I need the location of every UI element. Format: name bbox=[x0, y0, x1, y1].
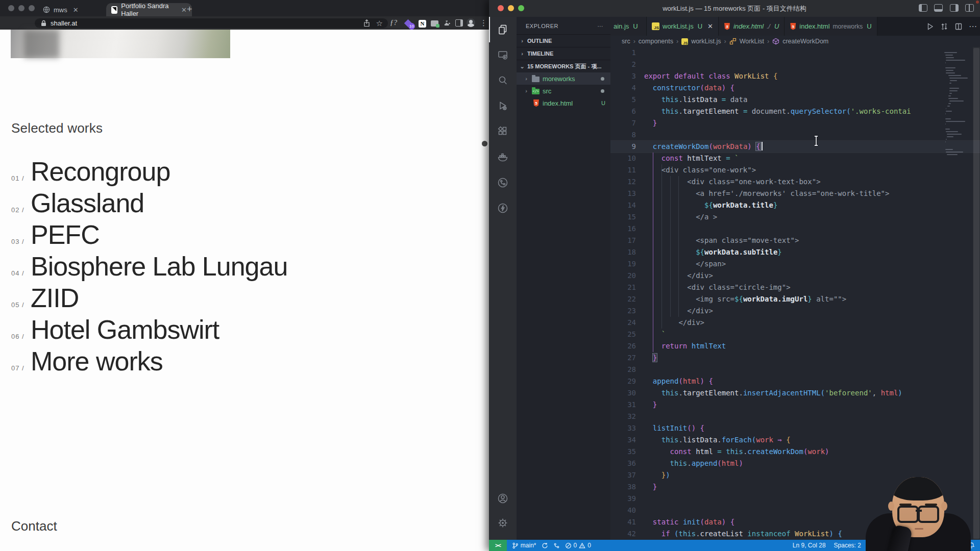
code-line[interactable]: 14 ${workData.title} bbox=[610, 199, 980, 211]
activitybar-live-preview[interactable] bbox=[489, 42, 517, 68]
code-line[interactable]: 34 this.listData.forEach(work ⇒ { bbox=[610, 434, 980, 446]
tab-close-icon[interactable]: ✕ bbox=[707, 22, 713, 30]
activitybar-extensions[interactable] bbox=[489, 119, 517, 144]
git-branch-item[interactable]: main* bbox=[512, 542, 536, 549]
bookmark-star-icon[interactable]: ☆ bbox=[376, 19, 383, 28]
breadcrumb-class[interactable]: WorkList bbox=[740, 38, 764, 45]
remote-indicator[interactable]: >< bbox=[489, 540, 507, 551]
open-changes-icon[interactable] bbox=[940, 22, 948, 31]
toggle-secondary-sidebar-icon[interactable] bbox=[950, 4, 959, 12]
code-line[interactable]: 25 ` bbox=[610, 329, 980, 340]
extension-fn-icon[interactable]: ƒ? bbox=[390, 19, 397, 27]
customize-layout-icon[interactable] bbox=[965, 4, 974, 12]
toggle-panel-icon[interactable] bbox=[934, 4, 943, 12]
activitybar-thunder[interactable] bbox=[489, 195, 517, 221]
code-line[interactable]: 33 listInit() { bbox=[610, 422, 980, 434]
activitybar-run-debug[interactable] bbox=[489, 93, 517, 119]
section-project[interactable]: ⌄ 15 MOREWORKS 页面 - 项... bbox=[517, 60, 610, 72]
code-editor[interactable]: 123export default class WorkList {4 cons… bbox=[610, 47, 980, 540]
code-line[interactable]: 17 <span class="move-text"> bbox=[610, 235, 980, 246]
breadcrumb-components[interactable]: components bbox=[639, 38, 673, 45]
extensions-puzzle-icon[interactable] bbox=[443, 19, 451, 27]
breadcrumb-method[interactable]: createWorkDom bbox=[782, 38, 828, 45]
code-line[interactable]: 10 const htmlText = ` bbox=[610, 153, 980, 164]
share-icon[interactable] bbox=[363, 19, 370, 27]
activitybar-accounts[interactable] bbox=[489, 486, 517, 511]
code-line[interactable]: 21 <div class="circle-img"> bbox=[610, 282, 980, 293]
activitybar-search[interactable] bbox=[489, 68, 517, 93]
work-item-hotel-gambswirt[interactable]: 06 / Hotel Gambswirt bbox=[11, 314, 219, 345]
work-item-ziid[interactable]: 05 / ZIID bbox=[11, 282, 79, 314]
code-line[interactable]: 29 append(html) { bbox=[610, 375, 980, 387]
code-line[interactable]: 27 } bbox=[610, 352, 980, 364]
code-line[interactable]: 26 return htmlText bbox=[610, 340, 980, 352]
code-line[interactable]: 18 ${workData.subTitle} bbox=[610, 246, 980, 258]
code-line[interactable]: 31 } bbox=[610, 399, 980, 411]
activitybar-explorer[interactable] bbox=[489, 17, 517, 42]
extension-notion-icon[interactable]: N bbox=[419, 18, 426, 28]
extension-diamond-icon[interactable]: 10 bbox=[405, 19, 411, 28]
tree-item-src[interactable]: › </> src bbox=[517, 85, 610, 97]
extension-screenshot-icon[interactable] bbox=[431, 19, 438, 29]
code-line[interactable]: 24 </div> bbox=[610, 317, 980, 329]
work-item-biosphere[interactable]: 04 / Biosphere Lab Lungau bbox=[11, 251, 287, 282]
code-line[interactable]: 2 bbox=[610, 59, 980, 70]
code-line[interactable]: 13 <a href='./moreworks' class="one-work… bbox=[610, 188, 980, 199]
tab-index-html-moreworks[interactable]: 5 index.html moreworks U bbox=[785, 17, 877, 36]
code-line[interactable]: 19 </span> bbox=[610, 258, 980, 270]
section-timeline[interactable]: › TIMELINE bbox=[517, 47, 610, 60]
tab-index-html-preview[interactable]: 5 index.html ./ U bbox=[719, 17, 785, 36]
work-item-more-works[interactable]: 07 / More works bbox=[11, 345, 163, 377]
code-line[interactable]: 35 const html = this.createWorkDom(work) bbox=[610, 446, 980, 458]
address-bar[interactable]: shaller.at ☆ bbox=[35, 18, 388, 28]
code-line[interactable]: 32 bbox=[610, 411, 980, 422]
explorer-more-actions-icon[interactable]: ⋯ bbox=[598, 23, 604, 30]
activitybar-docker[interactable] bbox=[489, 144, 517, 170]
toggle-sidebar-icon[interactable] bbox=[919, 4, 927, 12]
activitybar-git-graph[interactable] bbox=[489, 170, 517, 195]
profile-avatar[interactable] bbox=[467, 18, 475, 29]
tree-item-moreworks[interactable]: › moreworks bbox=[517, 72, 610, 85]
problems-indicator[interactable]: 0 0 bbox=[565, 542, 591, 549]
code-line[interactable]: 16 bbox=[610, 223, 980, 235]
code-line[interactable]: 36 this.append(html) bbox=[610, 458, 980, 469]
cursor-position[interactable]: Ln 9, Col 28 bbox=[793, 542, 826, 549]
tree-item-index-html[interactable]: 5 index.html U bbox=[517, 97, 610, 109]
sync-button[interactable] bbox=[542, 542, 548, 549]
work-item-glassland[interactable]: 02 / Glassland bbox=[11, 187, 144, 219]
code-line[interactable]: 7 } bbox=[610, 117, 980, 129]
window-minimize-button[interactable] bbox=[18, 5, 24, 11]
window-close-button[interactable] bbox=[8, 5, 14, 11]
code-line[interactable]: 4 constructor(data) { bbox=[610, 82, 980, 94]
browser-menu-icon[interactable]: ⋮ bbox=[480, 18, 487, 28]
section-outline[interactable]: › OUTLINE bbox=[517, 34, 610, 47]
work-item-pefc[interactable]: 03 / PEFC bbox=[11, 219, 100, 251]
new-tab-button[interactable]: + bbox=[187, 4, 192, 14]
tab-close-icon[interactable]: ✕ bbox=[181, 6, 187, 14]
code-line[interactable]: 9 createWorkDom(workData) { bbox=[610, 141, 980, 153]
tab-close-icon[interactable]: ✕ bbox=[73, 6, 79, 14]
code-line[interactable]: 15 </a > bbox=[610, 211, 980, 223]
browser-tab-portfolio[interactable]: Portfolio Sandra Haller ✕ bbox=[106, 3, 192, 16]
more-actions-icon[interactable]: ⋯ bbox=[969, 21, 977, 31]
run-file-icon[interactable] bbox=[926, 22, 934, 31]
sidebar-toggle-icon[interactable] bbox=[455, 19, 463, 29]
breadcrumb-file[interactable]: workList.js bbox=[691, 38, 721, 45]
breadcrumb-src[interactable]: src bbox=[622, 38, 630, 45]
code-line[interactable]: 1 bbox=[610, 47, 980, 59]
code-line[interactable]: 3export default class WorkList { bbox=[610, 70, 980, 82]
code-line[interactable]: 30 this.targetElement.insertAdjacentHTML… bbox=[610, 387, 980, 399]
code-line[interactable]: 6 this.targetElement = document.querySel… bbox=[610, 106, 980, 117]
code-line[interactable]: 8 bbox=[610, 129, 980, 141]
code-line[interactable]: 22 <img src=${workData.imgUrl} alt=""> bbox=[610, 293, 980, 305]
split-editor-icon[interactable] bbox=[954, 22, 963, 31]
work-item-recongroup[interactable]: 01 / Recongroup bbox=[11, 156, 170, 187]
contact-link[interactable]: Contact bbox=[11, 518, 57, 534]
code-line[interactable]: 28 bbox=[610, 364, 980, 375]
git-graph-status-button[interactable] bbox=[553, 542, 560, 549]
window-zoom-button[interactable] bbox=[29, 5, 35, 11]
code-line[interactable]: 20 </div> bbox=[610, 270, 980, 282]
code-line[interactable]: 23 </div> bbox=[610, 305, 980, 317]
code-line[interactable]: 12 <div class="one-work-text-box"> bbox=[610, 176, 980, 188]
browser-tab-mws[interactable]: mws ✕ bbox=[38, 3, 108, 16]
